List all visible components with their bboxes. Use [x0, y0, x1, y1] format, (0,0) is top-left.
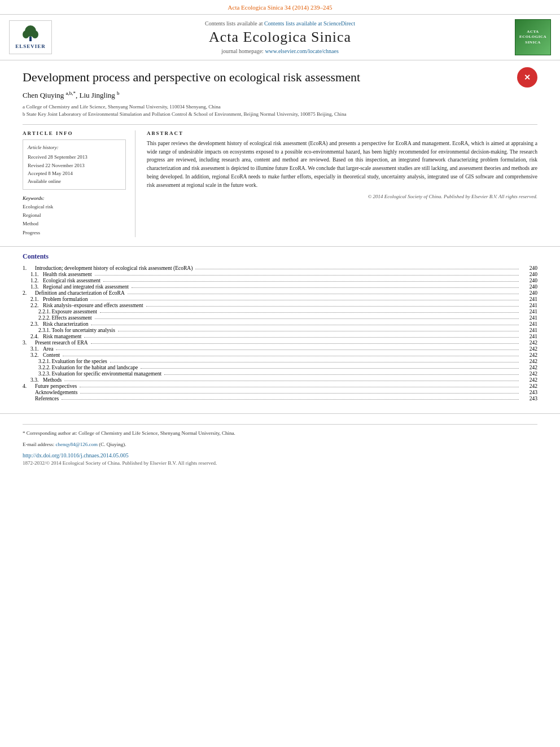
toc-num: 3. — [23, 340, 34, 346]
journal-title: Acta Ecologica Sinica — [54, 29, 506, 46]
journal-title-center: Contents lists available at Contents lis… — [54, 20, 506, 54]
affiliation-b: b State Key Joint Laboratory of Environm… — [23, 111, 537, 119]
toc-dots — [91, 343, 519, 344]
toc-dots — [80, 387, 519, 387]
toc-dots — [128, 294, 519, 294]
toc-dots — [141, 368, 519, 369]
affiliation-a: a College of Chemistry and Life Science,… — [23, 103, 537, 111]
corresponding-note: * Corresponding author at: College of Ch… — [23, 429, 537, 437]
toc-num: 2.2.1. — [23, 309, 50, 314]
sciencedirect-link[interactable]: Contents lists available at ScienceDirec… — [264, 20, 355, 27]
bottom-section: * Corresponding author at: College of Ch… — [0, 413, 560, 471]
toc-num: 1.1. — [23, 272, 42, 277]
contents-heading: Contents — [23, 252, 537, 261]
toc-label: References — [35, 396, 59, 401]
toc-label: Exposure assessment — [51, 309, 97, 314]
homepage-label: journal homepage: — [221, 48, 264, 54]
svg-rect-0 — [29, 37, 32, 41]
elsevier-logo: ELSEVIER — [9, 20, 52, 54]
info-abstract-columns: ARTICLE INFO Article history: Received 2… — [23, 130, 537, 237]
toc-page: 242 — [522, 352, 537, 358]
acta-logo-line2: ECOLOGICA — [519, 34, 546, 40]
elsevier-logo-container: ELSEVIER — [9, 20, 54, 54]
svg-point-2 — [23, 30, 29, 38]
keywords-list: Ecological risk Regional Method Progress — [23, 203, 126, 237]
toc-dots — [100, 312, 519, 313]
toc-label: Definition and characterization of EcoRA — [35, 290, 125, 296]
toc-page: 243 — [522, 390, 537, 395]
toc-item: 2.2.2. Effects assessment 241 — [23, 315, 537, 321]
received-date: Received 28 September 2013 — [28, 153, 121, 161]
toc-page: 242 — [522, 340, 537, 346]
toc-label: Tools for uncertainty analysis — [51, 327, 115, 333]
toc-item: 3.2.3. Evaluation for specific environme… — [23, 371, 537, 377]
article-info-heading: ARTICLE INFO — [23, 130, 126, 136]
sciencedirect-line: Contents lists available at Contents lis… — [54, 20, 506, 27]
toc-item: 3. Present research of ERA 242 — [23, 340, 537, 346]
keywords-box: Keywords: Ecological risk Regional Metho… — [23, 195, 126, 237]
keywords-label: Keywords: — [23, 195, 126, 201]
toc-item: 1.1. Health risk assessment 240 — [23, 272, 537, 277]
toc-label: Risk characterization — [43, 321, 88, 327]
toc-page: 241 — [522, 296, 537, 302]
abstract-heading: ABSTRACT — [147, 130, 537, 136]
homepage-line: journal homepage: www.elsevier.com/locat… — [54, 48, 506, 54]
toc-label: Methods — [43, 377, 62, 383]
toc-dots — [95, 318, 519, 319]
toc-num: 2.2.2. — [23, 315, 50, 321]
toc-page: 242 — [522, 383, 537, 389]
keyword-3: Method — [23, 220, 126, 228]
homepage-url[interactable]: www.elsevier.com/locate/chnaes — [265, 48, 338, 54]
journal-reference-link[interactable]: Acta Ecologica Sinica 34 (2014) 239–245 — [228, 4, 333, 11]
toc-label: Regional and integrated risk assessment — [43, 284, 129, 290]
toc-page: 240 — [522, 290, 537, 296]
abstract-column: ABSTRACT This paper reviews the developm… — [147, 130, 537, 237]
toc-label: Risk management — [43, 334, 81, 339]
toc-num: 2.3. — [23, 321, 42, 327]
toc-dots — [95, 275, 519, 276]
toc-label: Area — [43, 346, 53, 352]
toc-page: 241 — [522, 321, 537, 327]
contents-section: Contents 1. Introduction; development hi… — [0, 246, 560, 408]
acta-logo-container: ACTA ECOLOGICA SINICA — [506, 19, 551, 55]
toc-page: 240 — [522, 278, 537, 283]
crossmark-container: ✕ — [517, 67, 537, 88]
keyword-2: Regional — [23, 211, 126, 220]
page: Acta Ecologica Sinica 34 (2014) 239–245 … — [0, 0, 560, 747]
affiliations: a College of Chemistry and Life Science,… — [23, 103, 537, 119]
toc-item: 2.2. Risk analysis–exposure and effects … — [23, 303, 537, 308]
toc-dots — [118, 331, 519, 331]
toc-num: 1. — [23, 265, 34, 271]
article-info-column: ARTICLE INFO Article history: Received 2… — [23, 130, 135, 237]
toc-num: 4. — [23, 383, 34, 389]
toc-label: Risk analysis–exposure and effects asses… — [43, 303, 143, 308]
toc-dots — [164, 374, 519, 375]
doi-link[interactable]: http://dx.doi.org/10.1016/j.chnaes.2014.… — [23, 452, 537, 458]
abstract-text: This paper reviews the development histo… — [147, 139, 537, 189]
toc-label: Present research of ERA — [35, 340, 88, 346]
toc-dots — [63, 356, 519, 356]
toc-dots — [195, 269, 519, 269]
elsevier-tree-icon — [19, 25, 42, 42]
toc-item: 3.2.1. Evaluation for the species 242 — [23, 359, 537, 364]
toc-dots — [91, 325, 519, 325]
email-suffix: (C. Qiuying). — [99, 442, 126, 447]
toc-dots — [132, 287, 519, 288]
toc-label: Ecological risk assessment — [43, 278, 100, 283]
elsevier-wordmark: ELSEVIER — [15, 43, 46, 49]
toc-label: Evaluation for the habitat and landscape — [51, 365, 138, 370]
toc-item: 2.2.1. Exposure assessment 241 — [23, 309, 537, 314]
toc-item: 4. Future perspectives 242 — [23, 383, 537, 389]
toc-num: 3.2. — [23, 352, 42, 358]
toc-page: 242 — [522, 346, 537, 352]
bottom-divider — [23, 424, 537, 425]
email-link[interactable]: chenqy84@126.com — [55, 442, 98, 447]
toc-num: 3.1. — [23, 346, 42, 352]
available-online: Available online — [28, 177, 121, 185]
toc-label: Introduction; development history of eco… — [35, 265, 193, 271]
toc-item: 1.2. Ecological risk assessment 240 — [23, 278, 537, 283]
toc-label: Content — [43, 352, 60, 358]
toc-item: 1.3. Regional and integrated risk assess… — [23, 284, 537, 290]
acta-logo-line1: ACTA — [527, 29, 539, 34]
svg-point-3 — [32, 30, 38, 38]
